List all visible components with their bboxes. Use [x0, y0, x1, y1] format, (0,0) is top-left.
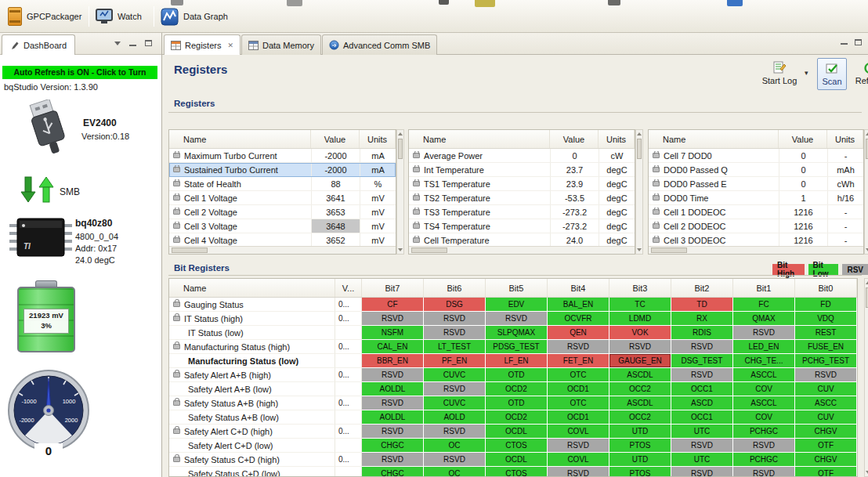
bit-cell-ocdl: OCDL: [486, 453, 548, 467]
register-row[interactable]: Cell 7 DOD00-: [649, 149, 863, 163]
view-menu-icon[interactable]: [114, 42, 121, 45]
register-row[interactable]: TS2 Temperature-53.5degC: [409, 191, 635, 205]
register-name-cell: Maximum Turbo Current: [169, 151, 311, 161]
register-name-cell: Cell 4 Voltage: [169, 236, 311, 245]
bit-register-row[interactable]: Safety Status C+D (low)CHGCOCCTOSRSVDPTO…: [169, 467, 857, 477]
register-row[interactable]: Cell 3 Voltage3648mV: [169, 219, 396, 233]
tab-advanced-comm-smb[interactable]: Advanced Comm SMB: [322, 34, 437, 55]
bit-register-row[interactable]: Manufacturing Status (low)BBR_ENPF_ENLF_…: [169, 354, 857, 368]
register-row[interactable]: DOD0 Passed Q0mAh: [649, 163, 863, 177]
registers-view: Registers Start Log ▾ Scan: [162, 55, 868, 477]
vertical-scrollbar[interactable]: [396, 129, 404, 255]
register-row[interactable]: Cell 2 Voltage3653mV: [169, 205, 396, 219]
auto-refresh-banner[interactable]: Auto Refresh is ON - Click to Turn: [2, 66, 157, 79]
horizontal-scrollbar[interactable]: [169, 246, 396, 254]
bit-register-row[interactable]: Safety Status C+D (high)0...RSVDRSVDOCDL…: [169, 453, 857, 467]
register-name: State of Health: [184, 179, 241, 189]
register-row[interactable]: Cell 1 Voltage3641mV: [169, 191, 396, 205]
lock-icon: [653, 153, 660, 158]
register-row[interactable]: Cell 2 DODEOC1216-: [649, 219, 863, 233]
battery-body: 21923 mV 3%: [17, 287, 75, 352]
register-units: mV: [360, 233, 396, 247]
current-gauge: -1000 1000 -2000 2000 0: [5, 368, 92, 461]
register-row[interactable]: State of Health88%: [169, 177, 396, 191]
register-units: %: [360, 177, 396, 190]
register-name-cell: Cell 1 DODEOC: [649, 208, 779, 217]
bit-cell-aoldl: AOLDL: [362, 382, 424, 396]
tab-data-memory[interactable]: Data Memory: [241, 34, 321, 55]
close-tab-icon[interactable]: ✕: [227, 42, 233, 49]
toolbar-label: GPCPackager: [27, 12, 81, 21]
bit-cell-ptos: PTOS: [609, 439, 671, 453]
bit-register-row[interactable]: Safety Status A+B (high)0...RSVDCUVCOTDO…: [169, 396, 857, 410]
bit-cell-edv: EDV: [486, 298, 548, 312]
bit-register-row[interactable]: Safety Alert C+D (low)CHGCOCCTOSRSVDPTOS…: [169, 439, 857, 453]
vertical-scrollbar[interactable]: [864, 129, 868, 255]
start-log-button[interactable]: Start Log: [756, 61, 803, 85]
register-row[interactable]: DOD0 Passed E0cWh: [649, 177, 863, 191]
bit-register-name-cell: Manufacturing Status (high): [169, 340, 335, 354]
advanced-comm-tab-icon: [329, 40, 339, 50]
horizontal-scrollbar[interactable]: [649, 246, 863, 254]
column-header-name: Name: [649, 130, 779, 148]
bit-register-value: [335, 354, 362, 368]
dashboard-tab[interactable]: DashBoard: [2, 34, 75, 55]
register-units: cW: [599, 149, 635, 162]
register-value: 3653: [311, 205, 360, 219]
minimize-view-icon[interactable]: [841, 42, 848, 45]
bit-cell-occ2: OCC2: [609, 410, 671, 425]
bit-register-row[interactable]: Manufacturing Status (high)0...CAL_ENLT_…: [169, 340, 857, 354]
tab-registers[interactable]: Registers ✕: [164, 34, 241, 55]
toolbar-watch-button[interactable]: Watch: [91, 4, 146, 29]
data-memory-tab-icon: [248, 41, 259, 50]
bit-register-row[interactable]: Safety Alert A+B (high)0...RSVDCUVCOTDOT…: [169, 368, 857, 382]
restore-view-icon[interactable]: [855, 39, 862, 45]
start-log-dropdown-icon[interactable]: ▾: [805, 69, 808, 77]
bit-register-row[interactable]: Gauging Status0...CFDSGEDVBAL_ENTCTDFCFD: [169, 298, 857, 312]
horizontal-scrollbar[interactable]: [409, 246, 635, 254]
bit-register-value: 0...: [335, 425, 362, 439]
scan-button[interactable]: Scan: [817, 58, 847, 90]
register-row[interactable]: Int Temperature23.7degC: [409, 163, 635, 177]
toolbar-gpcpackager-button[interactable]: GPCPackager: [3, 4, 86, 29]
bit-register-name-cell: Manufacturing Status (low): [169, 354, 335, 368]
maximize-icon[interactable]: [145, 40, 152, 46]
usb-adapter-icon[interactable]: [16, 99, 80, 161]
bit-cell-rest: REST: [795, 326, 857, 340]
refresh-button[interactable]: Refresh: [847, 61, 868, 85]
bit-register-name-cell: Safety Alert C+D (low): [169, 439, 335, 453]
register-row[interactable]: TS3 Temperature-273.2degC: [409, 205, 635, 219]
bit-cell-occ2: OCC2: [609, 382, 671, 396]
minimize-icon[interactable]: [129, 44, 136, 46]
gauge-label-right: 1000: [63, 398, 76, 405]
bit-register-row[interactable]: IT Status (high)0...RSVDRSVDRSVDOCVFRLDM…: [169, 312, 857, 326]
bit-register-name: Manufacturing Status (high): [184, 342, 290, 352]
pen-icon: [10, 41, 20, 50]
register-row[interactable]: DOD0 Time1h/16: [649, 191, 863, 205]
vertical-scrollbar[interactable]: [635, 129, 643, 255]
register-row[interactable]: Cell 1 DODEOC1216-: [649, 205, 863, 219]
register-row[interactable]: Sustained Turbo Current-2000mA: [169, 163, 396, 177]
register-name: Cell 1 Voltage: [184, 193, 237, 203]
device-chip-icon[interactable]: TI: [8, 215, 74, 262]
bit-register-row[interactable]: Safety Alert C+D (high)0...RSVDRSVDOCDLC…: [169, 425, 857, 439]
register-row[interactable]: Average Power0cW: [409, 149, 635, 163]
register-row[interactable]: TS4 Temperature-273.2degC: [409, 219, 635, 233]
register-row[interactable]: Maximum Turbo Current-2000mA: [169, 149, 396, 163]
bit-register-row[interactable]: IT Status (low)NSFMRSVDSLPQMAXQENVOKRDIS…: [169, 326, 857, 340]
bit-cell-rsvd: RSVD: [486, 312, 548, 326]
dashboard-header: DashBoard: [0, 33, 161, 55]
bit-table-header-row: NameV...Bit7Bit6Bit5Bit4Bit3Bit2Bit1Bit0: [169, 279, 857, 298]
register-units: mV: [360, 205, 396, 219]
bit-cell-covl: COVL: [548, 453, 609, 467]
toolbar-data-graph-button[interactable]: Data Graph: [156, 4, 233, 29]
bit-register-row[interactable]: Safety Status A+B (low)AOLDLAOLDOCD2OCD1…: [169, 410, 857, 425]
register-units: mA: [360, 149, 396, 162]
bit-register-row[interactable]: Safety Alert A+B (low)AOLDLRSVDOCD2OCD1O…: [169, 382, 857, 396]
vertical-scrollbar[interactable]: [864, 278, 868, 477]
start-log-icon: [773, 61, 787, 74]
register-row[interactable]: TS1 Temperature23.9degC: [409, 177, 635, 191]
register-name-cell: DOD0 Passed Q: [649, 165, 779, 175]
lock-icon: [653, 209, 660, 215]
register-units: degC: [599, 205, 635, 219]
